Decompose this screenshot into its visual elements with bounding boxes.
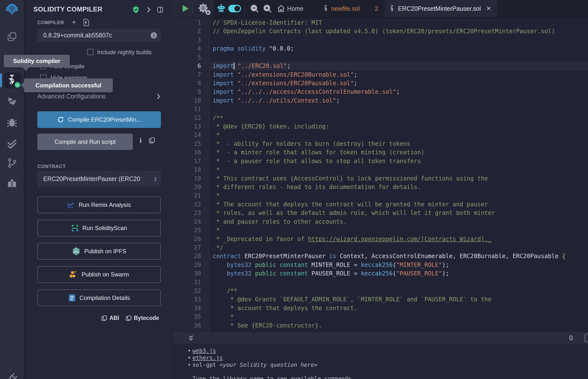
add-compiler-icon[interactable]: +	[72, 18, 76, 26]
line-number[interactable]: 34	[173, 304, 201, 313]
abi-copy-icon[interactable]	[101, 315, 108, 322]
code-line[interactable]: *	[210, 131, 588, 140]
line-number[interactable]: 8	[173, 79, 201, 88]
terminal-list-item[interactable]: •ethers.js	[187, 354, 223, 362]
chevron-right-icon[interactable]	[147, 7, 151, 13]
compilation-details-button[interactable]: Compilation Details	[38, 290, 161, 306]
expand-terminal-icon[interactable]	[188, 335, 194, 341]
code-line[interactable]	[210, 105, 588, 113]
code-line[interactable]: * - ability for holders to burn (destroy…	[210, 140, 588, 148]
publish-swarm-button[interactable]: Publish on Swarm	[38, 266, 161, 283]
code-line[interactable]: * different roles - head to its document…	[210, 183, 588, 191]
line-number[interactable]: 26	[173, 235, 201, 243]
plugin-manager-icon[interactable]	[7, 373, 17, 379]
line-number[interactable]: 11	[173, 105, 201, 113]
copy-icon[interactable]	[148, 137, 155, 144]
compiler-license-icon[interactable]	[83, 19, 89, 26]
line-number[interactable]: 28	[173, 252, 201, 261]
tab-newfile[interactable]: newfile.sol	[331, 5, 360, 12]
compile-button[interactable]: Compile ERC20PresetMin...	[37, 111, 161, 128]
line-number[interactable]: 24	[173, 217, 201, 226]
source-control-icon[interactable]	[7, 157, 17, 169]
line-number[interactable]: 2	[173, 27, 201, 36]
compiler-version-select[interactable]: 0.8.29+commit.ab55807c ▲▼	[37, 29, 161, 42]
code-line[interactable]: *	[210, 165, 588, 174]
learneth-icon[interactable]	[6, 178, 17, 189]
abi-label[interactable]: ABI	[109, 315, 119, 321]
line-number[interactable]: 1	[173, 18, 201, 27]
code-line[interactable]: import "../extensions/ERC20Burnable.sol"…	[210, 70, 588, 79]
line-number[interactable]: 25	[173, 226, 201, 235]
line-number[interactable]: 4	[173, 44, 201, 53]
code-line[interactable]: * This contract uses {AccessControl} to …	[210, 174, 588, 183]
home-icon[interactable]	[277, 4, 285, 13]
code-line[interactable]: /**	[210, 286, 588, 295]
line-number[interactable]: 12	[173, 113, 201, 122]
code-line[interactable]: * The account that deploys the contract …	[210, 200, 588, 209]
publish-ipfs-button[interactable]: IPFS Publish on IPFS	[38, 243, 161, 260]
remix-logo-icon[interactable]	[5, 2, 19, 16]
code-line[interactable]: pragma solidity ^0.8.0;	[210, 44, 588, 53]
code-line[interactable]: */	[210, 243, 588, 252]
line-number[interactable]: 18	[173, 165, 201, 174]
bytecode-label[interactable]: Bytecode	[134, 315, 159, 321]
code-line[interactable]: import "../ERC20.sol";	[210, 62, 588, 70]
run-script-play-icon[interactable]	[182, 5, 189, 13]
line-number[interactable]: 16	[173, 148, 201, 157]
code-line[interactable]: * @dev Grants `DEFAULT_ADMIN_ROLE`, `MIN…	[210, 295, 588, 304]
code-line[interactable]: bytes32 public constant MINTER_ROLE = ke…	[210, 261, 588, 269]
compile-and-run-button[interactable]: Compile and Run script	[37, 134, 133, 150]
terminal-output[interactable]: •web3.js•ethers.js•sol-gpt <your Solidit…	[173, 344, 588, 379]
contract-select[interactable]: ERC20PresetMinterPauser (ERC20 ▲▼	[37, 171, 161, 187]
line-number[interactable]: 36	[173, 321, 201, 330]
code-line[interactable]	[210, 53, 588, 62]
line-number[interactable]: 5	[173, 53, 201, 62]
advanced-chevron-icon[interactable]	[156, 93, 161, 100]
line-number[interactable]: 14	[173, 131, 201, 140]
script-config-gear-icon[interactable]	[198, 3, 210, 15]
code-line[interactable]: * - a pauser role that allows to stop al…	[210, 157, 588, 166]
info-icon[interactable]: i	[140, 137, 142, 144]
code-line[interactable]: import "../../../access/AccessControlEnu…	[210, 87, 588, 96]
code-line[interactable]: // OpenZeppelin Contracts (last updated …	[210, 27, 588, 36]
line-number[interactable]: 27	[173, 243, 201, 252]
code-line[interactable]: * account that deploys the contract.	[210, 304, 588, 313]
line-number[interactable]: 13	[173, 122, 201, 131]
terminal-search-box[interactable]	[585, 334, 588, 342]
code-line[interactable]: import "../../../utils/Context.sol";	[210, 96, 588, 105]
deploy-run-icon[interactable]	[6, 96, 17, 107]
line-number[interactable]: 3	[173, 36, 201, 45]
code-line[interactable]: *	[210, 226, 588, 235]
code-line[interactable]: *	[210, 191, 588, 200]
code-line[interactable]: * - a minter role that allows for token …	[210, 148, 588, 157]
line-number[interactable]: 23	[173, 208, 201, 217]
unit-testing-icon[interactable]	[6, 138, 17, 149]
code-editor[interactable]: 1234567891011121314151617181920212223242…	[173, 17, 588, 332]
code-line[interactable]	[210, 278, 588, 287]
code-line[interactable]: * @dev {ERC20} token, including:	[210, 122, 588, 131]
code-line[interactable]: * See {ERC20-constructor}.	[210, 321, 588, 330]
tab-erc20presetminterpauser[interactable]: ERC20PresetMinterPauser.sol ✕	[385, 0, 497, 17]
code-line[interactable]: * and pauser roles to other accounts.	[210, 217, 588, 226]
line-number[interactable]: 6	[173, 62, 201, 70]
code-line[interactable]: import "../extensions/ERC20Pausable.sol"…	[210, 79, 588, 88]
code-line[interactable]: /**	[210, 113, 588, 122]
line-number[interactable]: 10	[173, 96, 201, 105]
close-tab-icon[interactable]: ✕	[486, 5, 491, 12]
bytecode-copy-icon[interactable]	[125, 315, 132, 322]
line-number[interactable]: 30	[173, 269, 201, 278]
code-line[interactable]: contract ERC20PresetMinterPauser is Cont…	[210, 252, 588, 261]
line-number[interactable]: 20	[173, 183, 201, 191]
line-number[interactable]: 22	[173, 200, 201, 209]
line-number[interactable]: 9	[173, 87, 201, 96]
nightly-builds-checkbox[interactable]	[87, 49, 93, 55]
home-tab-label[interactable]: Home	[287, 5, 304, 12]
advanced-configurations-label[interactable]: Advanced Configurations	[37, 93, 106, 100]
ai-copilot-toggle[interactable]	[228, 5, 241, 13]
code-line[interactable]: // SPDX-License-Identifier: MIT	[210, 18, 588, 27]
line-number[interactable]: 17	[173, 157, 201, 166]
pin-panel-icon[interactable]	[157, 6, 164, 13]
debugger-icon[interactable]	[6, 117, 17, 128]
line-number[interactable]: 21	[173, 191, 201, 200]
line-number[interactable]: 29	[173, 261, 201, 269]
